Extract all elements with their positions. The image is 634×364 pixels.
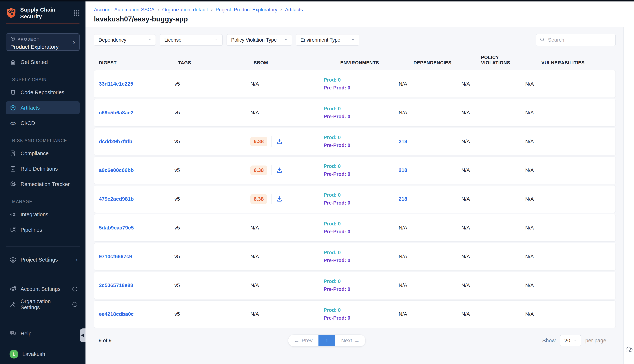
environments-cell: Prod: 0 Pre-Prod: 0 (324, 164, 399, 177)
sbom-score-badge: 6.38 (250, 137, 267, 146)
sidebar-item-integrations[interactable]: Integrations (6, 208, 80, 221)
digest-link[interactable]: ee4218cdba0c (99, 311, 174, 317)
breadcrumb-artifacts-link[interactable]: Artifacts (285, 7, 303, 13)
gear-icon (10, 256, 17, 263)
environments-cell: Prod: 0 Pre-Prod: 0 (324, 221, 399, 234)
table-row: 5dab9caa79c5 v5 N/A Prod: 0 Pre-Prod: 0 … (94, 214, 616, 242)
digest-link[interactable]: dcdd29b7fafb (99, 138, 174, 144)
info-icon[interactable] (72, 302, 78, 307)
table-row: 479e2acd981b v5 6.38 Prod: 0 Pre-Prod: 0… (94, 185, 616, 213)
filter-dependency[interactable]: Dependency (94, 34, 156, 46)
sidebar-item-remediation-tracker[interactable]: Remediation Tracker (6, 178, 80, 190)
column-header-sbom: SBOM (250, 60, 324, 66)
sidebar-item-code-repositories[interactable]: Code Repositories (6, 86, 80, 99)
vulnerabilities-value: N/A (525, 81, 615, 87)
column-header-dependencies: DEPENDENCIES (399, 60, 461, 66)
table-body: 33d114e1c225 v5 N/A Prod: 0 Pre-Prod: 0 … (94, 70, 616, 328)
vulnerabilities-value: N/A (525, 282, 615, 288)
sidebar-item-artifacts[interactable]: Artifacts (6, 101, 80, 114)
digest-link[interactable]: c69c5b6a8ae2 (99, 110, 174, 116)
breadcrumb-account-link[interactable]: Account: Automation-SSCA (94, 7, 154, 13)
dependencies-value: N/A (399, 282, 461, 288)
table-header-row: DIGEST TAGS SBOM ENVIRONMENTS DEPENDENCI… (94, 51, 616, 70)
table-row: 2c5365718e88 v5 N/A Prod: 0 Pre-Prod: 0 … (94, 272, 616, 299)
breadcrumb-separator-icon: › (280, 6, 282, 13)
policy-violations-value: N/A (461, 225, 525, 231)
digest-link[interactable]: 2c5365718e88 (99, 282, 174, 288)
page-header: Account: Automation-SSCA › Organization:… (86, 2, 634, 27)
sidebar-item-rule-definitions[interactable]: Rule Definitions (6, 162, 80, 175)
dependencies-link[interactable]: 218 (399, 138, 461, 144)
digest-link[interactable]: 9710cf6667c9 (99, 254, 174, 260)
search-input[interactable] (548, 37, 614, 43)
sidebar-item-organization-settings[interactable]: Organization Settings (6, 298, 80, 311)
download-sbom-icon[interactable] (276, 138, 283, 145)
sidebar-divider (6, 323, 80, 323)
sidebar-item-help[interactable]: ? Help (6, 327, 80, 340)
project-selector[interactable]: PROJECT Product Exploratory › (6, 33, 80, 51)
search-box (536, 34, 616, 46)
sidebar-item-pipelines[interactable]: Pipelines (6, 224, 80, 236)
breadcrumb-organization-link[interactable]: Organization: default (162, 7, 208, 13)
app-switcher-grid-icon[interactable] (73, 9, 80, 17)
app-window: Supply Chain Security PROJECT (0, 0, 634, 364)
digest-link[interactable]: 479e2acd981b (99, 196, 174, 202)
policy-violations-value: N/A (461, 196, 525, 202)
current-page-button[interactable]: 1 (319, 335, 335, 346)
digest-link[interactable]: a9c6e00c66bb (99, 167, 174, 173)
chat-support-icon[interactable] (625, 346, 633, 354)
filter-environment-type[interactable]: Environment Type (296, 34, 359, 46)
sidebar-item-get-started[interactable]: Get Started (6, 56, 80, 68)
pager: ← Prev 1 Next → (288, 334, 366, 346)
sidebar-item-compliance[interactable]: Compliance (6, 147, 80, 160)
vulnerabilities-value: N/A (525, 311, 615, 317)
filter-policy-violation-type[interactable]: Policy Violation Type (227, 34, 292, 46)
sidebar-item-account-settings[interactable]: Account Settings (6, 282, 80, 296)
prev-page-button[interactable]: ← Prev (288, 335, 319, 346)
dependencies-link[interactable]: 218 (399, 167, 461, 173)
user-name: Lavakush (22, 351, 45, 357)
page-size-select[interactable]: 20 (560, 335, 581, 346)
column-header-tags: TAGS (174, 60, 250, 66)
arrow-left-icon: ← (294, 338, 299, 344)
chevron-down-icon (284, 37, 288, 43)
pagination-bar: 9 of 9 ← Prev 1 Next → Show 20 per page (94, 334, 616, 346)
digest-link[interactable]: 5dab9caa79c5 (99, 225, 174, 231)
download-sbom-icon[interactable] (276, 167, 283, 174)
download-sbom-icon[interactable] (276, 196, 283, 202)
dependencies-value: N/A (399, 81, 461, 87)
tag-value: v5 (174, 138, 250, 144)
sbom-na-value: N/A (250, 311, 259, 317)
environments-cell: Prod: 0 Pre-Prod: 0 (324, 192, 399, 206)
next-page-button[interactable]: Next → (335, 335, 366, 346)
top-bar (0, 0, 634, 2)
sidebar-item-project-settings[interactable]: Project Settings › (6, 253, 80, 266)
vulnerabilities-value: N/A (525, 254, 615, 260)
sidebar-item-cicd[interactable]: ∞ CI/CD (6, 117, 80, 130)
environments-cell: Prod: 0 Pre-Prod: 0 (324, 106, 399, 120)
prod-count: Prod: 0 (324, 164, 399, 169)
table-row: a9c6e00c66bb v5 6.38 Prod: 0 Pre-Prod: 0… (94, 156, 616, 184)
sidebar-collapse-handle[interactable] (80, 328, 86, 342)
page-title: lavakush07/easy-buggy-app (94, 15, 634, 23)
pipelines-icon (10, 226, 17, 233)
environments-cell: Prod: 0 Pre-Prod: 0 (324, 135, 399, 148)
dependencies-value: N/A (399, 225, 461, 231)
brand-accent-divider (6, 23, 80, 24)
environments-cell: Prod: 0 Pre-Prod: 0 (324, 307, 399, 321)
environments-cell: Prod: 0 Pre-Prod: 0 (324, 77, 399, 91)
vulnerabilities-value: N/A (525, 196, 615, 202)
info-icon[interactable] (72, 286, 78, 292)
sbom-cell: 6.38 (250, 165, 324, 176)
main-content: Dependency License Policy Violation Type… (86, 27, 623, 364)
search-icon (539, 37, 545, 43)
breadcrumb-project-link[interactable]: Project: Product Exploratory (216, 7, 277, 13)
digest-link[interactable]: 33d114e1c225 (99, 81, 174, 87)
right-gutter (623, 27, 634, 364)
table-row: 33d114e1c225 v5 N/A Prod: 0 Pre-Prod: 0 … (94, 70, 616, 98)
svg-text:?: ? (12, 331, 13, 334)
dependencies-link[interactable]: 218 (399, 196, 461, 202)
filter-license[interactable]: License (160, 34, 222, 46)
user-menu[interactable]: L Lavakush (6, 348, 80, 360)
tag-value: v5 (174, 254, 250, 260)
